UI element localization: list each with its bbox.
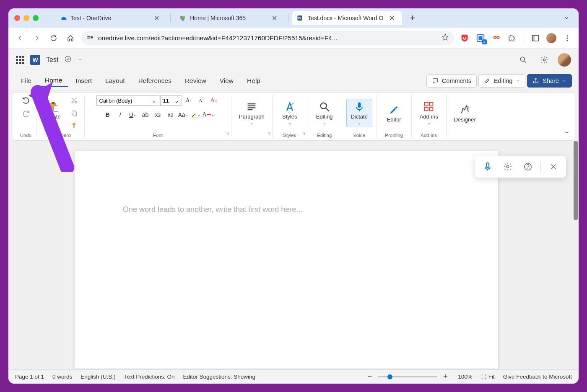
status-suggestions[interactable]: Editor Suggestions: Showing <box>183 374 255 380</box>
styles-dialog-launcher-icon[interactable]: ↘ <box>302 131 305 135</box>
menu-insert[interactable]: Insert <box>70 75 98 87</box>
menu-layout[interactable]: Layout <box>99 75 131 87</box>
status-language[interactable]: English (U.S.) <box>81 374 115 380</box>
document-name[interactable]: Test <box>46 56 58 64</box>
format-painter-button[interactable] <box>68 120 80 131</box>
share-button[interactable]: Share <box>527 74 572 88</box>
tab-title: Test - OneDrive <box>70 15 111 21</box>
dictate-mic-button[interactable] <box>478 157 497 176</box>
comments-label: Comments <box>442 77 471 84</box>
back-button[interactable] <box>14 32 26 44</box>
font-size-combo[interactable]: 11⌄ <box>160 95 182 106</box>
font-color-button[interactable]: A⌄ <box>203 109 214 120</box>
copy-button[interactable] <box>68 108 80 119</box>
addins-button[interactable]: Add-ins ⌄ <box>416 99 442 127</box>
cut-button[interactable] <box>68 95 80 106</box>
paragraph-button[interactable]: Paragraph ⌄ <box>236 99 268 127</box>
font-dialog-launcher-icon[interactable]: ↘ <box>226 131 229 135</box>
editing-group-button[interactable]: Editing ⌄ <box>312 99 338 127</box>
extensions-puzzle-icon[interactable] <box>507 33 518 44</box>
menu-references[interactable]: References <box>132 75 177 87</box>
change-case-button[interactable]: Aa ⌄ <box>177 109 189 120</box>
shrink-font-button[interactable]: Aˇ <box>195 95 207 106</box>
dictate-button[interactable]: Dictate ⌄ <box>346 99 372 127</box>
dictate-close-button[interactable] <box>544 157 563 176</box>
close-window-button[interactable] <box>14 15 20 21</box>
maximize-window-button[interactable] <box>33 15 39 21</box>
chevron-down-icon[interactable] <box>78 56 83 64</box>
zoom-slider[interactable] <box>378 377 437 377</box>
forward-button[interactable] <box>31 32 43 44</box>
browser-tab-strip: Test - OneDrive ✕ Home | Microsoft 365 ✕… <box>8 8 579 28</box>
menu-home[interactable]: Home <box>39 74 68 87</box>
close-tab-icon[interactable]: ✕ <box>387 13 397 23</box>
scrollbar-thumb[interactable] <box>574 141 578 220</box>
styles-button[interactable]: Styles ⌄ <box>277 99 303 127</box>
close-tab-icon[interactable]: ✕ <box>151 13 162 23</box>
chrome-menu-icon[interactable] <box>562 33 573 44</box>
zoom-in-button[interactable]: + <box>441 372 449 381</box>
menu-view[interactable]: View <box>214 75 239 87</box>
status-predictions[interactable]: Text Predictions: On <box>124 374 175 380</box>
close-tab-icon[interactable]: ✕ <box>269 13 280 23</box>
superscript-button[interactable]: x2 <box>165 109 177 120</box>
font-name-combo[interactable]: Calibri (Body)⌄ <box>96 95 159 106</box>
browser-tab-word[interactable]: W Test.docx - Microsoft Word O ✕ <box>292 11 402 25</box>
status-page[interactable]: Page 1 of 1 <box>15 374 44 380</box>
redo-button[interactable] <box>20 108 32 119</box>
status-wordcount[interactable]: 0 words <box>52 374 72 380</box>
minimize-window-button[interactable] <box>23 15 29 21</box>
menu-help[interactable]: Help <box>241 75 266 87</box>
highlight-button[interactable]: ⌄ <box>190 109 202 120</box>
paragraph-dialog-launcher-icon[interactable]: ↘ <box>267 131 270 135</box>
url-box[interactable]: onedrive.live.com/edit?action=editnew&id… <box>81 31 454 45</box>
document-page[interactable]: One word leads to another, write that fi… <box>75 151 498 369</box>
italic-button[interactable]: I <box>114 109 126 120</box>
dictate-help-button[interactable] <box>519 157 537 176</box>
side-panel-icon[interactable] <box>530 33 541 44</box>
m365-icon <box>179 14 187 22</box>
profile-avatar[interactable] <box>546 33 557 44</box>
menu-file[interactable]: File <box>15 75 37 87</box>
subscript-button[interactable]: x2 <box>152 109 164 120</box>
new-tab-button[interactable]: + <box>405 13 419 23</box>
editing-mode-button[interactable]: Editing <box>478 74 525 88</box>
designer-button[interactable]: Designer <box>451 102 479 124</box>
undo-button[interactable] <box>20 95 32 106</box>
grow-font-button[interactable]: A^ <box>183 95 195 106</box>
group-label <box>464 131 465 138</box>
bold-button[interactable]: B <box>102 109 114 120</box>
bookmark-star-icon[interactable] <box>442 34 449 43</box>
share-label: Share <box>543 77 559 84</box>
home-button[interactable] <box>65 32 76 44</box>
editor-button[interactable]: Editor <box>381 102 407 124</box>
extension-icon-3[interactable] <box>491 33 502 44</box>
search-button[interactable] <box>516 52 531 67</box>
reload-button[interactable] <box>48 32 60 44</box>
tab-list-dropdown[interactable] <box>560 12 573 24</box>
user-avatar[interactable] <box>558 53 571 67</box>
saved-indicator-icon[interactable] <box>64 55 72 64</box>
paste-button[interactable]: Paste ⌄ <box>41 99 67 127</box>
underline-button[interactable]: U ⌄ <box>127 109 139 120</box>
browser-tab-m365[interactable]: Home | Microsoft 365 ✕ <box>174 11 285 25</box>
browser-tab-onedrive[interactable]: Test - OneDrive ✕ <box>55 11 167 25</box>
svg-rect-34 <box>424 107 428 111</box>
ublock-icon[interactable] <box>459 33 470 44</box>
strikethrough-button[interactable]: ab <box>140 109 151 120</box>
status-feedback[interactable]: Give Feedback to Microsoft <box>503 374 572 380</box>
menu-review[interactable]: Review <box>179 75 212 87</box>
clear-format-button[interactable]: A◇ <box>208 95 220 106</box>
site-info-icon[interactable] <box>86 34 94 43</box>
settings-gear-icon[interactable] <box>537 52 552 67</box>
comments-button[interactable]: Comments <box>426 74 477 88</box>
status-fit[interactable]: Fit <box>481 374 495 380</box>
ribbon-collapse-icon[interactable] <box>564 129 570 137</box>
word-logo-icon[interactable]: W <box>30 55 40 65</box>
dictate-settings-button[interactable] <box>499 157 517 176</box>
app-launcher-icon[interactable] <box>16 56 24 64</box>
status-zoom-level[interactable]: 100% <box>458 374 473 380</box>
ribbon-group-voice: Dictate ⌄ Voice <box>342 95 377 138</box>
zoom-out-button[interactable]: − <box>366 372 374 381</box>
extension-icon-2[interactable]: 4 <box>475 33 486 44</box>
